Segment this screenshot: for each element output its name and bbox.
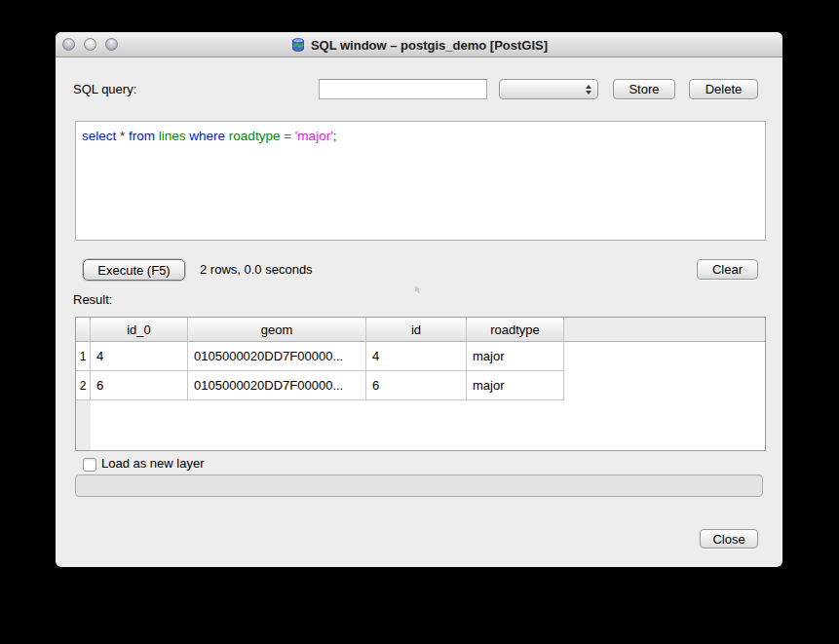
cell-id[interactable]: 4 — [366, 342, 467, 371]
execute-button[interactable]: Execute (F5) — [83, 259, 185, 281]
clear-button[interactable]: Clear — [697, 259, 758, 280]
result-label: Result: — [73, 291, 112, 309]
sql-token-keyword: where — [189, 129, 229, 143]
sql-token-identifier: lines — [159, 129, 190, 143]
cell-roadtype[interactable]: major — [467, 342, 564, 371]
mouse-cursor-icon — [414, 283, 422, 297]
cell-id_0[interactable]: 4 — [91, 342, 188, 371]
sql-token-operator: * — [120, 129, 129, 143]
cell-roadtype[interactable]: major — [467, 371, 564, 400]
sql-token-operator: ; — [333, 129, 337, 143]
saved-queries-select[interactable] — [499, 79, 598, 99]
combo-stepper-icon — [586, 85, 591, 95]
result-table: id_0 geom id roadtype 1 4 0105000020DD7F… — [75, 317, 766, 451]
table-row[interactable]: 2 6 0105000020DD7F00000... 6 major — [76, 371, 765, 400]
query-status-text: 2 rows, 0.0 seconds — [200, 259, 313, 281]
row-number[interactable]: 2 — [76, 371, 91, 400]
cell-geom[interactable]: 0105000020DD7F00000... — [188, 371, 366, 400]
delete-button[interactable]: Delete — [689, 79, 758, 99]
desktop-background: SQL window – postgis_demo [PostGIS] SQL … — [0, 0, 839, 644]
sql-editor[interactable]: select * from lines where roadtype = 'ma… — [75, 121, 766, 241]
store-button[interactable]: Store — [613, 79, 675, 99]
sql-token-operator: = — [284, 129, 295, 143]
sql-token-identifier: roadtype — [229, 129, 284, 143]
table-row[interactable]: 1 4 0105000020DD7F00000... 4 major — [76, 342, 765, 371]
load-as-new-layer-label: Load as new layer — [101, 455, 205, 473]
column-header-geom[interactable]: geom — [188, 318, 366, 342]
cell-id[interactable]: 6 — [366, 371, 467, 400]
titlebar[interactable]: SQL window – postgis_demo [PostGIS] — [56, 32, 782, 57]
sql-window: SQL window – postgis_demo [PostGIS] SQL … — [56, 32, 782, 567]
cell-geom[interactable]: 0105000020DD7F00000... — [188, 342, 366, 371]
cell-id_0[interactable]: 6 — [91, 371, 188, 400]
query-name-input[interactable] — [319, 79, 487, 99]
row-number[interactable]: 1 — [76, 342, 91, 371]
window-title: SQL window – postgis_demo [PostGIS] — [311, 38, 548, 53]
table-header-filler — [564, 318, 765, 342]
sql-token-keyword: select — [82, 129, 120, 143]
layer-name-field — [75, 474, 763, 497]
sql-token-string: 'major' — [295, 129, 333, 143]
database-icon — [290, 37, 306, 53]
load-as-new-layer-checkbox[interactable] — [83, 458, 96, 472]
column-header-id[interactable]: id — [366, 318, 467, 342]
table-corner-cell[interactable] — [76, 318, 91, 342]
sql-token-keyword: from — [129, 129, 159, 143]
row-header-filler — [76, 400, 91, 451]
column-header-roadtype[interactable]: roadtype — [467, 318, 564, 342]
close-button[interactable]: Close — [700, 529, 758, 549]
table-header-row: id_0 geom id roadtype — [76, 318, 765, 342]
sql-query-label: SQL query: — [73, 79, 136, 99]
column-header-id_0[interactable]: id_0 — [91, 318, 188, 342]
